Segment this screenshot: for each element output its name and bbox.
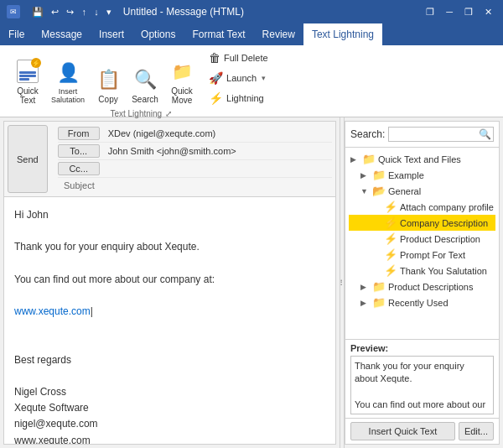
preview-label: Preview: xyxy=(350,343,494,353)
restore-btn[interactable]: ❒ xyxy=(460,5,477,19)
ribbon-group-label: Text Lightning xyxy=(110,107,162,120)
tree-item-thank-you[interactable]: ⚡ Thank You Salutation xyxy=(349,263,495,279)
right-panel: Search: 🔍 ▶ 📁 Quick Text and Files ▶ 📁 E… xyxy=(345,121,500,445)
search-label: Search xyxy=(132,95,158,105)
spacer1 xyxy=(372,203,384,211)
tree-label-general: General xyxy=(388,186,421,196)
window-title: Untitled - Message (HTML) xyxy=(123,6,244,18)
cc-row: Cc... xyxy=(58,160,332,178)
toggle-quick-text-files: ▶ xyxy=(350,155,362,164)
preview-box: Thank you for your enquiry about Xequte.… xyxy=(350,356,494,414)
launch-icon: 🚀 xyxy=(209,71,223,85)
tree-item-company-desc[interactable]: ⚡ Company Description xyxy=(349,215,495,231)
bottom-buttons: Insert Quick Text Edit... xyxy=(345,418,499,444)
to-row: To... John Smith <john@smith.com> xyxy=(58,143,332,160)
lightning-icon-prompt: ⚡ xyxy=(384,248,397,261)
spacer5 xyxy=(372,267,384,275)
para1: Thank you for your enquiry about Xequte. xyxy=(14,239,325,255)
minimize-btn[interactable]: ─ xyxy=(442,5,457,19)
tree-label-product-desc: Product Description xyxy=(400,234,480,244)
to-button[interactable]: To... xyxy=(58,144,100,158)
menu-message[interactable]: Message xyxy=(33,23,91,45)
company-link[interactable]: www.xequte.com xyxy=(14,305,93,317)
subject-label: Subject xyxy=(58,180,100,190)
tree-item-attach-company[interactable]: ⚡ Attach company profile xyxy=(349,199,495,215)
insert-salutation-button[interactable]: 👤 Insert Salutation xyxy=(47,57,89,107)
to-value[interactable]: John Smith <john@smith.com> xyxy=(105,145,332,157)
email-compose-area: Send From XDev (nigel@xequte.com) To... … xyxy=(3,121,336,445)
cc-button[interactable]: Cc... xyxy=(58,162,100,175)
ribbon-buttons-left: ⚡ Quick Text 👤 Insert Salutation 📋 Copy … xyxy=(10,49,272,107)
full-delete-label: Full Delete xyxy=(224,53,268,63)
tree-area: ▶ 📁 Quick Text and Files ▶ 📁 Example ▼ 📂… xyxy=(345,148,499,339)
toggle-recently-used: ▶ xyxy=(360,299,372,307)
tree-label-recently-used: Recently Used xyxy=(388,298,449,308)
closing: Best regards xyxy=(14,352,325,368)
tree-item-product-descs[interactable]: ▶ 📁 Product Descriptions xyxy=(349,279,495,294)
tree-item-example[interactable]: ▶ 📁 Example xyxy=(349,167,495,183)
send-button[interactable]: Send xyxy=(8,125,48,193)
window-controls[interactable]: ❐ ─ ❒ ✕ xyxy=(422,5,496,19)
menu-format-text[interactable]: Format Text xyxy=(184,23,253,45)
para2: You can find out more about our company … xyxy=(14,272,325,288)
menu-bar: File Message Insert Options Format Text … xyxy=(0,23,503,45)
tree-item-product-desc[interactable]: ⚡ Product Description xyxy=(349,231,495,247)
search-input-wrapper: 🔍 xyxy=(388,127,494,142)
tree-label-product-descs: Product Descriptions xyxy=(388,282,474,292)
copy-button[interactable]: 📋 Copy xyxy=(91,64,126,107)
tree-item-quick-text-files[interactable]: ▶ 📁 Quick Text and Files xyxy=(349,151,495,167)
folder-icon-recently-used: 📁 xyxy=(372,296,386,309)
launch-dropdown[interactable]: ▾ xyxy=(262,74,266,82)
tree-item-prompt-text[interactable]: ⚡ Prompt For Text xyxy=(349,247,495,263)
from-button[interactable]: From xyxy=(58,127,100,140)
folder-icon: 📁 xyxy=(362,153,376,165)
quick-move-label: Quick Move xyxy=(171,86,193,105)
copy-label: Copy xyxy=(98,95,117,105)
tree-label-attach-company: Attach company profile xyxy=(400,202,494,212)
launch-button[interactable]: 🚀 Launch ▾ xyxy=(205,69,272,87)
subject-row: Subject xyxy=(58,178,332,193)
signature-company: Xequte Software xyxy=(14,400,325,416)
email-body[interactable]: Hi John Thank you for your enquiry about… xyxy=(4,197,335,444)
search-area: Search: 🔍 xyxy=(345,122,499,148)
lightning-icon: ⚡ xyxy=(209,91,223,105)
tree-item-recently-used[interactable]: ▶ 📁 Recently Used xyxy=(349,294,495,310)
quick-text-label: Quick Text xyxy=(17,86,39,105)
menu-options[interactable]: Options xyxy=(132,23,184,45)
tree-label-example: Example xyxy=(388,170,424,180)
search-icon: 🔍 xyxy=(479,128,491,140)
menu-file[interactable]: File xyxy=(0,23,33,45)
ribbon-expand-icon[interactable]: ⤢ xyxy=(165,109,172,118)
spacer4 xyxy=(372,251,384,259)
lightning-icon-thankyou: ⚡ xyxy=(384,264,397,277)
menu-insert[interactable]: Insert xyxy=(91,23,132,45)
title-bar: ✉ 💾 ↩ ↪ ↑ ↓ ▾ Untitled - Message (HTML) … xyxy=(0,0,503,23)
spacer3 xyxy=(372,235,384,243)
close-btn[interactable]: ✕ xyxy=(480,5,496,19)
subject-input[interactable] xyxy=(100,180,332,191)
lightning-button[interactable]: ⚡ Lightning xyxy=(205,89,272,107)
spacer2 xyxy=(372,219,384,227)
preview-text: Thank you for your enquiry about Xequte.… xyxy=(355,361,485,414)
edit-button[interactable]: Edit... xyxy=(459,422,494,440)
signature-email: nigel@xequte.com xyxy=(14,416,325,432)
quick-move-button[interactable]: 📁 Quick Move xyxy=(164,55,200,107)
search-button[interactable]: 🔍 Search xyxy=(127,64,163,107)
layout-btn[interactable]: ❐ xyxy=(422,5,438,19)
tree-label-company-desc: Company Description xyxy=(400,218,488,228)
ribbon-small-buttons: 🗑 Full Delete 🚀 Launch ▾ ⚡ Lightning xyxy=(205,49,272,107)
cc-input[interactable] xyxy=(105,163,332,175)
menu-text-lightning[interactable]: Text Lightning xyxy=(303,23,382,45)
insert-salutation-label: Insert Salutation xyxy=(51,88,85,105)
lightning-label: Lightning xyxy=(226,93,264,103)
menu-review[interactable]: Review xyxy=(254,23,303,45)
full-delete-button[interactable]: 🗑 Full Delete xyxy=(205,49,272,67)
email-header: Send From XDev (nigel@xequte.com) To... … xyxy=(4,122,335,197)
quick-text-button[interactable]: ⚡ Quick Text xyxy=(10,55,45,107)
insert-quick-text-button[interactable]: Insert Quick Text xyxy=(350,422,455,440)
from-row: From XDev (nigel@xequte.com) xyxy=(58,125,332,143)
tree-item-general[interactable]: ▼ 📂 General xyxy=(349,183,495,199)
folder-icon-product-descs: 📁 xyxy=(372,280,386,293)
from-value: XDev (nigel@xequte.com) xyxy=(105,128,332,139)
ribbon: ⚡ Quick Text 👤 Insert Salutation 📋 Copy … xyxy=(0,45,503,117)
